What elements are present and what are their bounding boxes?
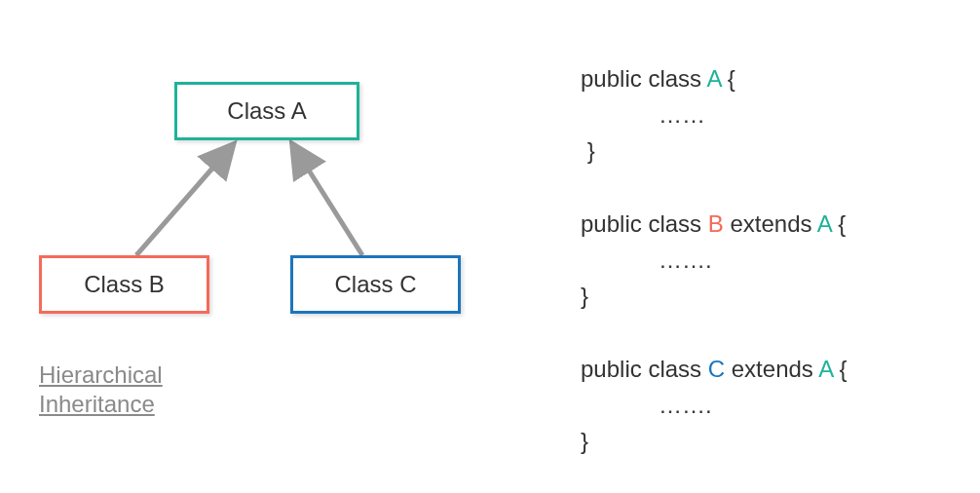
class-a-name: A — [818, 356, 833, 382]
code-class-a-decl: public class A { — [581, 60, 848, 96]
kw-public: public — [581, 65, 642, 92]
caption-line-2: Inheritance — [39, 390, 163, 419]
code-class-b-close: } — [581, 278, 848, 314]
code-blank-1 — [581, 170, 848, 206]
class-b-box: Class B — [39, 255, 209, 314]
ellipsis: ……. — [659, 246, 712, 273]
arrow-b-to-a — [136, 147, 231, 255]
class-b-name: B — [708, 210, 724, 237]
brace-close: } — [581, 283, 588, 309]
code-class-a-close: } — [581, 133, 848, 169]
kw-class: class — [648, 356, 701, 382]
brace-close: } — [587, 137, 595, 164]
kw-public: public — [581, 356, 642, 382]
brace-close: } — [581, 428, 588, 454]
class-c-box: Class C — [290, 255, 461, 314]
class-c-name: C — [708, 356, 725, 382]
caption-line-1: Hierarchical — [39, 360, 163, 390]
class-b-label: Class B — [84, 271, 165, 298]
ellipsis: ……. — [659, 392, 712, 418]
kw-class: class — [648, 65, 701, 92]
brace-open: { — [840, 356, 848, 382]
code-class-c-decl: public class C extends A { — [581, 351, 848, 387]
code-block: public class A { …… } public class B ext… — [581, 60, 848, 459]
class-a-box: Class A — [174, 82, 359, 140]
class-a-label: Class A — [227, 97, 306, 125]
code-class-c-body: ……. — [581, 387, 848, 423]
diagram-canvas: Class A Class B Class C Hierarchical Inh… — [0, 0, 980, 493]
code-class-c-close: } — [581, 423, 848, 459]
brace-open: { — [838, 210, 846, 237]
diagram-caption: Hierarchical Inheritance — [39, 360, 163, 419]
ellipsis: …… — [659, 101, 705, 128]
kw-public: public — [581, 210, 642, 237]
kw-extends: extends — [732, 356, 813, 382]
arrow-c-to-a — [294, 147, 362, 255]
code-class-a-body: …… — [581, 96, 848, 133]
class-a-name: A — [817, 210, 832, 237]
code-class-b-decl: public class B extends A { — [581, 206, 848, 242]
kw-extends: extends — [730, 210, 811, 237]
class-a-name: A — [706, 65, 721, 92]
kw-class: class — [648, 210, 701, 237]
brace-open: { — [728, 65, 735, 92]
class-c-label: Class C — [334, 271, 416, 298]
code-class-b-body: ……. — [581, 242, 848, 278]
code-blank-2 — [581, 314, 848, 350]
